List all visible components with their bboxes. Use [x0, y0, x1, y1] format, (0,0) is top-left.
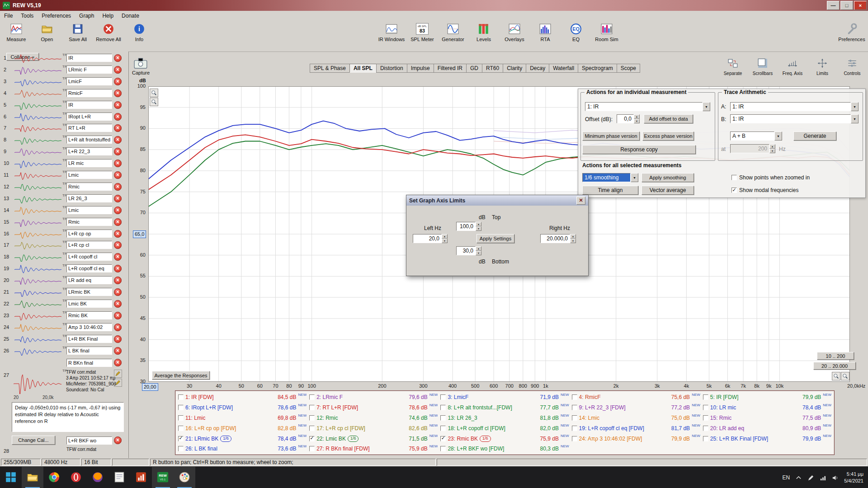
spin-down-icon[interactable] — [476, 251, 481, 255]
delete-measurement-button[interactable] — [114, 195, 122, 202]
measurement-thumbnail[interactable] — [14, 264, 61, 273]
legend-checkbox[interactable] — [309, 415, 315, 421]
delete-measurement-button[interactable] — [114, 335, 122, 343]
delete-measurement-button[interactable] — [114, 183, 122, 191]
zoom-out-icon[interactable] — [150, 98, 158, 106]
measure-button[interactable]: Measure — [4, 23, 29, 42]
zoom-in-icon[interactable] — [832, 372, 840, 380]
close-button[interactable]: × — [854, 1, 867, 10]
restore-button[interactable]: □ — [840, 1, 853, 10]
ir-windows-button[interactable]: IR Windows — [379, 23, 404, 42]
levels-button[interactable]: Levels — [471, 23, 496, 42]
tab-spl-phase[interactable]: SPL & Phase — [310, 64, 350, 73]
chevron-down-icon[interactable] — [774, 131, 782, 141]
notes-app[interactable] — [108, 467, 130, 488]
legend-checkbox[interactable] — [178, 415, 184, 421]
remove-all-button[interactable]: Remove All — [96, 23, 121, 42]
measurement-name-field[interactable]: Απρ 3 10:46:02 — [66, 323, 112, 331]
spin-up-icon[interactable] — [476, 246, 481, 251]
response-copy-button[interactable]: Response copy — [582, 145, 696, 154]
measurement-thumbnail[interactable] — [14, 287, 61, 297]
menu-preferences[interactable]: Preferences — [38, 12, 75, 20]
operation-select[interactable]: A + B — [730, 131, 782, 141]
measurement-thumbnail[interactable] — [14, 323, 61, 332]
legend-checkbox[interactable] — [440, 415, 446, 421]
measurement-name-field[interactable]: LR mic — [66, 159, 112, 167]
measurement-thumbnail[interactable] — [14, 299, 61, 309]
legend-checkbox[interactable] — [178, 426, 184, 431]
delete-measurement-button[interactable] — [114, 78, 122, 85]
smoothing-select[interactable]: 1/6 smoothing — [582, 173, 638, 182]
hidden-icons-caret-icon[interactable] — [795, 474, 802, 481]
menu-file[interactable]: File — [0, 12, 17, 20]
at-frequency-spinner[interactable]: 200 — [730, 144, 775, 153]
tab-decay[interactable]: Decay — [526, 64, 549, 73]
measurement-thumbnail[interactable] — [14, 100, 61, 110]
presentation-app[interactable] — [130, 467, 152, 488]
measurement-thumbnail[interactable] — [14, 170, 61, 180]
legend-checkbox[interactable] — [440, 426, 446, 431]
delete-measurement-button[interactable] — [114, 218, 122, 226]
language-indicator[interactable]: EN — [783, 474, 790, 481]
measurement-name-field[interactable]: LmicF — [66, 77, 112, 85]
measurement-name-field[interactable]: RT L+R — [66, 124, 112, 132]
legend-checkbox[interactable] — [178, 446, 184, 451]
spin-down-icon[interactable] — [769, 149, 775, 153]
measurement-thumbnail[interactable] — [14, 346, 61, 356]
measurement-thumbnail[interactable] — [14, 252, 61, 262]
legend-checkbox[interactable] — [309, 436, 315, 441]
measurement-name-field[interactable]: Lmic BK — [66, 300, 112, 308]
tab-rt60[interactable]: RT60 — [482, 64, 503, 73]
minimize-button[interactable]: — — [827, 1, 840, 10]
tab-clarity[interactable]: Clarity — [503, 64, 526, 73]
spin-down-icon[interactable] — [476, 226, 481, 231]
measurement-name-field[interactable]: Rmic BK — [66, 311, 112, 319]
delete-measurement-button[interactable] — [114, 312, 122, 319]
delete-measurement-button[interactable] — [114, 300, 122, 308]
measurement-name-field[interactable]: L+R cp op — [66, 230, 112, 238]
file-explorer[interactable] — [22, 467, 43, 488]
trace-a-select[interactable]: 1: IR — [730, 102, 859, 111]
legend-checkbox[interactable] — [440, 446, 446, 451]
eq-button[interactable]: EQEQ — [563, 23, 589, 42]
controls-button[interactable]: Controls — [839, 58, 865, 76]
delete-measurement-button[interactable] — [114, 230, 122, 238]
measurement-thumbnail[interactable] — [14, 311, 61, 320]
start-button[interactable] — [0, 467, 22, 488]
chevron-down-icon[interactable] — [851, 102, 859, 111]
legend-checkbox[interactable] — [572, 405, 577, 410]
generate-button[interactable]: Generate — [793, 131, 836, 141]
measurement-name-field[interactable]: Rmic — [66, 218, 112, 226]
delete-measurement-button[interactable] — [114, 136, 122, 144]
delete-measurement-button[interactable] — [114, 359, 122, 366]
menu-donate[interactable]: Donate — [118, 12, 143, 20]
delete-measurement-button[interactable] — [114, 265, 122, 272]
measurement-name-field[interactable]: L+R copoff cl eq — [66, 264, 112, 272]
show-points-checkbox[interactable]: Show points when zoomed in — [731, 174, 810, 181]
bottom-db-spinner[interactable]: 30,0 — [456, 246, 481, 255]
measurement-thumbnail[interactable] — [14, 240, 61, 250]
measurement-thumbnail[interactable] — [14, 229, 61, 239]
vector-average-button[interactable]: Vector average — [642, 186, 694, 195]
legend-checkbox[interactable] — [572, 436, 577, 441]
tab-all-spl[interactable]: All SPL — [349, 64, 377, 73]
delete-measurement-button[interactable] — [114, 324, 122, 331]
legend-checkbox[interactable] — [703, 415, 708, 421]
delete-measurement-button[interactable] — [114, 171, 122, 179]
trace-b-select[interactable]: 1: IR — [730, 114, 859, 123]
excess-phase-button[interactable]: Excess phase version — [642, 131, 694, 141]
spin-down-icon[interactable] — [570, 239, 576, 243]
rta-button[interactable]: RTA — [533, 23, 558, 42]
delete-measurement-button[interactable] — [114, 148, 122, 155]
save-all-button[interactable]: Save All — [65, 23, 90, 42]
paint-app[interactable] — [174, 467, 195, 488]
spl-meter-button[interactable]: dB SPL83SPL Meter — [410, 23, 435, 42]
apply-smoothing-button[interactable]: Apply smoothing — [642, 173, 694, 182]
capture-icon[interactable] — [134, 58, 147, 69]
overlays-button[interactable]: Overlays — [502, 23, 527, 42]
generator-button[interactable]: Generator — [440, 23, 466, 42]
measurement-thumbnail[interactable] — [14, 159, 61, 168]
chevron-down-icon[interactable] — [703, 102, 710, 111]
spin-down-icon[interactable] — [634, 119, 640, 123]
measurement-name-field[interactable]: LR 26_3 — [66, 194, 112, 202]
